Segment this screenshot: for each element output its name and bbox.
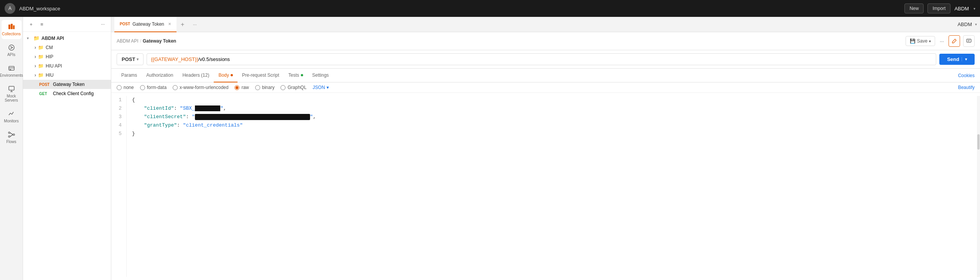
sidebar-more-button[interactable]: ··· bbox=[99, 20, 107, 28]
sidebar-item-collections[interactable]: Collections bbox=[2, 20, 21, 39]
tests-dot-indicator bbox=[301, 74, 303, 76]
new-button[interactable]: New bbox=[904, 3, 924, 13]
hiu-label: HIU bbox=[46, 72, 54, 78]
cm-chevron-icon: › bbox=[35, 45, 36, 50]
option-urlencoded-label: x-www-form-urlencoded bbox=[180, 85, 228, 90]
breadcrumb-separator: / bbox=[140, 38, 141, 44]
tab-headers[interactable]: Headers (12) bbox=[178, 69, 214, 82]
svg-line-13 bbox=[10, 133, 13, 135]
radio-none[interactable] bbox=[117, 85, 122, 90]
save-button[interactable]: 💾 Save ▾ bbox=[906, 36, 935, 46]
send-label: Send bbox=[947, 56, 959, 62]
option-form-data[interactable]: form-data bbox=[140, 85, 167, 90]
add-collection-button[interactable]: + bbox=[27, 20, 35, 28]
header-actions: 💾 Save ▾ ··· bbox=[906, 35, 975, 47]
url-variable: {{GATEWAY_HOST}} bbox=[151, 56, 198, 62]
line-numbers: 1 2 3 4 5 bbox=[111, 96, 127, 277]
workspace-name: ABDM_workspace bbox=[19, 6, 901, 12]
tab-close-icon[interactable]: ✕ bbox=[168, 22, 171, 26]
beautify-button[interactable]: Beautify bbox=[958, 85, 975, 90]
collection-abdm-api[interactable]: ▾ 📁 ABDM API bbox=[23, 33, 111, 43]
option-none[interactable]: none bbox=[117, 85, 134, 90]
gateway-token-label: Gateway Token bbox=[53, 82, 85, 87]
code-line-5: } bbox=[132, 130, 972, 138]
comment-button[interactable] bbox=[963, 35, 975, 47]
right-panel: POST Gateway Token ✕ + ··· ABDM ▾ ABDM A… bbox=[111, 17, 980, 280]
tab-authorization[interactable]: Authorization bbox=[142, 69, 178, 82]
tab-label: Gateway Token bbox=[132, 21, 164, 27]
tabs-more-button[interactable]: ··· bbox=[189, 17, 201, 32]
cookies-button[interactable]: Cookies bbox=[958, 73, 975, 78]
option-graphql-label: GraphQL bbox=[287, 85, 306, 90]
icon-sidebar: Collections APIs Environments bbox=[0, 17, 23, 280]
tab-tests-label: Tests bbox=[288, 72, 299, 78]
code-editor[interactable]: 1 2 3 4 5 { "clientId": "SBX_●●●●●●●●", … bbox=[111, 93, 980, 280]
radio-binary[interactable] bbox=[255, 85, 260, 90]
sidebar-item-collections-label: Collections bbox=[2, 32, 21, 36]
option-urlencoded[interactable]: x-www-form-urlencoded bbox=[173, 85, 228, 90]
add-tab-button[interactable]: + bbox=[177, 17, 189, 32]
folder-cm[interactable]: › 📁 CM bbox=[23, 43, 111, 52]
sidebar-item-environments[interactable]: Environments bbox=[2, 61, 21, 81]
method-selector[interactable]: POST ▾ bbox=[117, 53, 144, 65]
folder-hiu[interactable]: › 📁 HIU bbox=[23, 71, 111, 80]
body-dot-indicator bbox=[231, 74, 233, 76]
url-input[interactable]: {{GATEWAY_HOST}}/v0.5/sessions bbox=[147, 53, 936, 65]
code-line-3: "clientSecret": " ", bbox=[132, 113, 972, 121]
option-graphql[interactable]: GraphQL bbox=[280, 85, 306, 90]
sidebar-content: ▾ 📁 ABDM API › 📁 CM › 📁 HIP › 📁 HIU API bbox=[23, 32, 111, 280]
collection-name: ABDM API bbox=[41, 36, 64, 41]
radio-raw[interactable] bbox=[234, 85, 239, 90]
import-button[interactable]: Import bbox=[927, 3, 950, 13]
breadcrumb: ABDM API / Gateway Token bbox=[117, 38, 903, 44]
svg-point-10 bbox=[8, 132, 10, 133]
option-binary[interactable]: binary bbox=[255, 85, 275, 90]
request-header: ABDM API / Gateway Token 💾 Save ▾ ··· bbox=[111, 32, 980, 50]
svg-point-12 bbox=[8, 136, 10, 137]
send-chevron-icon[interactable]: ▾ bbox=[962, 57, 967, 61]
format-label: JSON bbox=[313, 85, 325, 90]
folder-hiu-api[interactable]: › 📁 HIU API bbox=[23, 61, 111, 71]
save-disk-icon: 💾 bbox=[910, 38, 916, 44]
sidebar-item-mock-servers[interactable]: Mock Servers bbox=[2, 82, 21, 105]
filter-button[interactable]: ≡ bbox=[38, 20, 46, 28]
option-raw[interactable]: raw bbox=[234, 85, 249, 90]
svg-point-11 bbox=[13, 134, 15, 135]
option-binary-label: binary bbox=[262, 85, 275, 90]
monitors-icon bbox=[8, 110, 15, 118]
send-button[interactable]: Send ▾ bbox=[939, 54, 975, 65]
request-gateway-token[interactable]: POST Gateway Token bbox=[23, 80, 111, 89]
workspace-selector[interactable]: ABDM ▾ bbox=[954, 6, 975, 12]
cm-folder-icon: 📁 bbox=[38, 45, 44, 50]
request-check-client-config[interactable]: GET Check Client Config bbox=[23, 89, 111, 98]
header-more-button[interactable]: ··· bbox=[938, 38, 945, 44]
scroll-bar[interactable] bbox=[977, 96, 980, 277]
tab-pre-request[interactable]: Pre-request Script bbox=[238, 69, 284, 82]
check-client-method: GET bbox=[39, 92, 51, 96]
active-tab[interactable]: POST Gateway Token ✕ bbox=[114, 17, 177, 32]
line-num-4: 4 bbox=[116, 121, 122, 130]
tab-tests[interactable]: Tests bbox=[284, 69, 307, 82]
hiu-api-chevron-icon: › bbox=[35, 63, 36, 69]
radio-urlencoded[interactable] bbox=[173, 85, 178, 90]
svg-rect-7 bbox=[9, 86, 14, 90]
url-path: /v0.5/sessions bbox=[198, 56, 230, 62]
pencil-button[interactable] bbox=[949, 35, 960, 47]
format-selector[interactable]: JSON ▾ bbox=[313, 85, 329, 90]
scroll-thumb[interactable] bbox=[977, 134, 980, 150]
sidebar-item-apis-label: APIs bbox=[7, 53, 15, 57]
tabs-row: POST Gateway Token ✕ + ··· ABDM ▾ bbox=[111, 17, 980, 32]
sidebar-item-monitors[interactable]: Monitors bbox=[2, 107, 21, 126]
option-raw-label: raw bbox=[241, 85, 249, 90]
sidebar-item-flows[interactable]: Flows bbox=[2, 128, 21, 147]
tab-body[interactable]: Body bbox=[214, 69, 237, 82]
radio-graphql[interactable] bbox=[280, 85, 285, 90]
main-layout: Collections APIs Environments bbox=[0, 17, 980, 280]
mock-servers-icon bbox=[8, 85, 15, 93]
tab-params[interactable]: Params bbox=[117, 69, 142, 82]
line-num-5: 5 bbox=[116, 130, 122, 138]
folder-hip[interactable]: › 📁 HIP bbox=[23, 52, 111, 61]
sidebar-item-apis[interactable]: APIs bbox=[2, 41, 21, 60]
radio-form-data[interactable] bbox=[140, 85, 145, 90]
tab-settings[interactable]: Settings bbox=[308, 69, 333, 82]
